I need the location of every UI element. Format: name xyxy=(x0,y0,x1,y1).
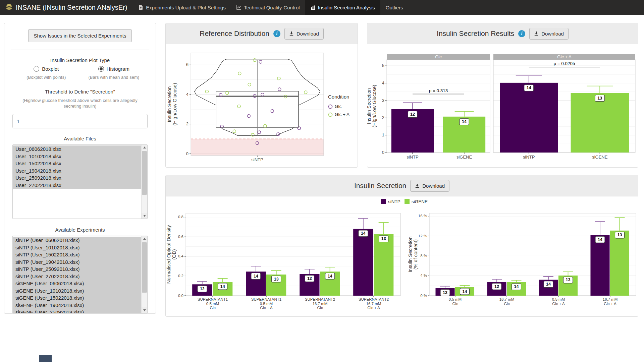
svg-text:siNTP: siNTP xyxy=(251,157,263,162)
svg-text:siNTP: siNTP xyxy=(523,155,535,160)
scrollbar[interactable] xyxy=(141,145,147,219)
radio-circle-icon[interactable] xyxy=(34,66,39,72)
panel-header: Insulin Secretion Download xyxy=(166,175,638,196)
svg-text:12 %: 12 % xyxy=(418,234,427,238)
svg-text:SUPERNATANT1: SUPERNATANT1 xyxy=(198,297,228,301)
svg-text:SUPERNATANT1: SUPERNATANT1 xyxy=(251,297,281,301)
list-option[interactable]: User_25092018.xlsx xyxy=(13,174,142,182)
boxplot-note: (Boxplot with points) xyxy=(12,74,80,80)
insulin-secretion-results-chart: 012345Insulin Secretion(High/Low Glucose… xyxy=(367,44,638,167)
svg-text:Glc + A: Glc + A xyxy=(557,54,572,59)
svg-text:5: 5 xyxy=(382,63,384,68)
svg-text:3: 3 xyxy=(382,98,384,103)
scroll-thumb[interactable] xyxy=(142,242,147,293)
list-option[interactable]: siNTP (User_27022018.xlsx) xyxy=(13,273,142,280)
svg-text:14: 14 xyxy=(546,282,551,287)
scrollbar[interactable] xyxy=(141,236,147,313)
svg-text:siGENE: siGENE xyxy=(412,199,428,204)
available-files-list[interactable]: User_06062018.xlsxUser_10102018.xlsxUser… xyxy=(12,144,148,219)
svg-text:Insulin Secretion: Insulin Secretion xyxy=(408,236,413,272)
svg-text:14: 14 xyxy=(361,231,366,236)
svg-text:2: 2 xyxy=(186,121,189,126)
list-option[interactable]: User_15022018.xlsx xyxy=(13,160,142,167)
download-button[interactable]: Download xyxy=(284,28,324,40)
list-option[interactable]: siNTP (User_10102018.xlsx) xyxy=(13,244,142,251)
scroll-up-icon[interactable] xyxy=(142,145,147,150)
list-option[interactable]: siNTP (User_06062018.xlsx) xyxy=(13,237,142,244)
list-option[interactable]: siGENE (User_15022018.xlsx) xyxy=(13,294,142,302)
app-root: INSANE (INsulin Secretion ANalysEr) Expe… xyxy=(0,0,644,362)
radio-boxplot[interactable]: Boxplot xyxy=(34,66,59,72)
svg-text:0.5 mM: 0.5 mM xyxy=(206,302,219,306)
list-option[interactable]: siGENE (User_06062018.xlsx) xyxy=(13,280,142,287)
panel-title: Reference Distribution xyxy=(200,29,269,38)
available-experiments-label: Available Experiments xyxy=(12,227,148,233)
tab-insulin-secretion-analysis[interactable]: Insulin Secretion Analysis xyxy=(305,0,380,15)
info-icon[interactable]: i xyxy=(273,30,280,37)
tab-outliers[interactable]: Outliers xyxy=(380,0,409,15)
scroll-down-icon[interactable] xyxy=(142,307,147,313)
threshold-label: Threshold to Define "Secretion" xyxy=(12,89,148,95)
svg-text:16.7 mM: 16.7 mM xyxy=(603,297,618,301)
svg-text:12: 12 xyxy=(494,284,499,289)
download-button[interactable]: Download xyxy=(529,28,569,40)
list-option[interactable]: siNTP (User_19042018.xlsx) xyxy=(13,258,142,266)
svg-text:16.7 mM: 16.7 mM xyxy=(366,302,381,306)
list-option[interactable]: User_10102018.xlsx xyxy=(13,153,142,160)
reference-distribution-chart: 0246Insulin Secretion(High/Low Glucose)s… xyxy=(166,44,358,167)
list-option[interactable]: User_19042018.xlsx xyxy=(13,167,142,175)
svg-text:0: 0 xyxy=(186,151,189,156)
svg-text:0.5 mM: 0.5 mM xyxy=(552,297,565,301)
svg-text:16.7 mM: 16.7 mM xyxy=(313,302,328,306)
list-option[interactable]: siGENE (User_10102018.xlsx) xyxy=(13,287,142,295)
scroll-thumb[interactable] xyxy=(142,151,147,195)
svg-text:(OD): (OD) xyxy=(171,249,177,259)
panel-body: siNTPsiGENE0.00.20.40.60.8Normalised Opt… xyxy=(166,196,638,316)
svg-text:16 %: 16 % xyxy=(418,214,427,218)
scroll-down-icon[interactable] xyxy=(142,213,147,219)
svg-text:14: 14 xyxy=(598,237,602,242)
svg-text:Insulin Secretion: Insulin Secretion xyxy=(167,86,172,122)
panel-title: Insulin Secretion Results xyxy=(437,29,514,38)
available-experiments-list[interactable]: siNTP (User_06062018.xlsx)siNTP (User_10… xyxy=(12,236,148,313)
radio-circle-checked-icon[interactable] xyxy=(98,66,104,72)
list-option[interactable]: siGENE (User_19042018.xlsx) xyxy=(13,302,142,309)
insulin-secretion-charts: siNTPsiGENE0.00.20.40.60.8Normalised Opt… xyxy=(166,196,638,316)
svg-text:0.4: 0.4 xyxy=(178,254,184,258)
sidebar-panel: Show Issues in the Selected Experiments … xyxy=(4,23,156,314)
svg-text:4 %: 4 % xyxy=(420,274,427,278)
svg-text:Insulin Secretion: Insulin Secretion xyxy=(367,88,372,124)
radio-histogram[interactable]: Histogram xyxy=(98,66,129,72)
svg-text:Condition: Condition xyxy=(328,94,349,100)
scroll-up-icon[interactable] xyxy=(142,236,147,242)
show-issues-button[interactable]: Show Issues in the Selected Experiments xyxy=(28,29,132,42)
list-option[interactable]: siGENE (User_25092018.xlsx) xyxy=(13,309,142,313)
svg-text:0 %: 0 % xyxy=(420,294,427,298)
svg-text:6: 6 xyxy=(186,62,189,67)
svg-text:13: 13 xyxy=(566,278,571,282)
svg-text:14: 14 xyxy=(514,284,519,289)
chart-bar-icon xyxy=(311,5,315,10)
list-option[interactable]: siNTP (User_15022018.xlsx) xyxy=(13,251,142,258)
threshold-input[interactable] xyxy=(12,114,148,128)
svg-text:14: 14 xyxy=(462,119,467,124)
svg-text:Glc + A: Glc + A xyxy=(552,302,565,306)
navbar: INSANE (INsulin Secretion ANalysEr) Expe… xyxy=(0,0,644,15)
svg-text:(% of content): (% of content) xyxy=(413,239,418,269)
plot-type-radio-group: Boxplot (Boxplot with points) Histogram … xyxy=(12,66,148,80)
info-icon[interactable]: i xyxy=(518,30,525,37)
svg-text:p = 0.0205: p = 0.0205 xyxy=(553,61,575,66)
list-option[interactable]: siNTP (User_25092018.xlsx) xyxy=(13,265,142,273)
nav-tabs: Experiments Upload & Plot SettingsTechni… xyxy=(133,0,408,15)
svg-text:8 %: 8 % xyxy=(420,254,427,258)
svg-text:0.0: 0.0 xyxy=(178,294,183,298)
bottom-left-artifact xyxy=(39,355,52,362)
svg-text:siGENE: siGENE xyxy=(457,155,472,160)
list-option[interactable]: User_27022018.xlsx xyxy=(13,182,142,189)
download-button[interactable]: Download xyxy=(410,180,449,192)
list-option[interactable]: User_06062018.xlsx xyxy=(13,145,142,153)
tab-experiments-upload-plot-settings[interactable]: Experiments Upload & Plot Settings xyxy=(133,0,231,15)
tab-technical-quality-control[interactable]: Technical Quality-Control xyxy=(231,0,305,15)
insulin-secretion-panel: Insulin Secretion Download siNTPsiGENE0.… xyxy=(165,175,638,317)
svg-text:Glc: Glc xyxy=(504,302,510,306)
